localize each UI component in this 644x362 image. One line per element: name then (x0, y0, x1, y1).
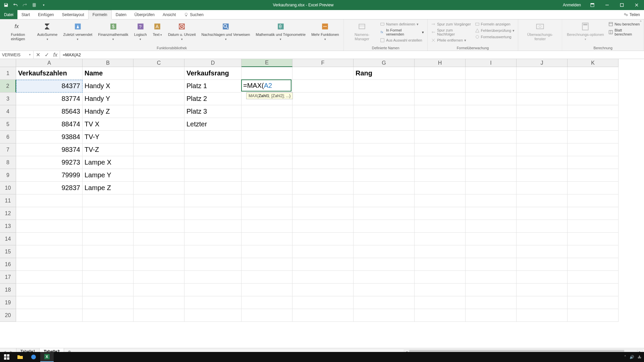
tab-data[interactable]: Daten (112, 10, 130, 19)
row-header-4[interactable]: 4 (0, 105, 16, 118)
cell-I13[interactable] (466, 220, 517, 233)
share-button[interactable]: Teilen (620, 10, 644, 19)
cell-G2[interactable] (354, 80, 415, 93)
column-header-F[interactable]: F (292, 59, 354, 67)
cell-D8[interactable] (184, 156, 241, 169)
cell-C7[interactable] (133, 143, 184, 156)
cell-C10[interactable] (133, 182, 184, 194)
cells-area[interactable]: VerkaufszahlenNameVerkaufsrangRang84377H… (16, 67, 644, 348)
text-button[interactable]: AText (150, 20, 165, 38)
cell-C4[interactable] (133, 105, 184, 118)
cell-G11[interactable] (354, 194, 415, 207)
cell-J8[interactable] (517, 156, 568, 169)
cell-A6[interactable]: 93884 (16, 131, 83, 143)
enter-formula-button[interactable]: ✓ (42, 52, 51, 58)
cell-K15[interactable] (568, 245, 619, 258)
cell-F4[interactable] (292, 105, 354, 118)
cell-C14[interactable] (133, 233, 184, 245)
cell-J17[interactable] (517, 271, 568, 284)
cell-B4[interactable]: Handy Z (83, 105, 133, 118)
cell-D7[interactable] (184, 143, 241, 156)
cell-K8[interactable] (568, 156, 619, 169)
cell-E20[interactable] (241, 309, 292, 322)
cell-K13[interactable] (568, 220, 619, 233)
cancel-formula-button[interactable]: ✕ (34, 52, 42, 58)
cell-B14[interactable] (83, 233, 133, 245)
row-header-19[interactable]: 19 (0, 296, 16, 309)
cell-K18[interactable] (568, 284, 619, 296)
autosum-button[interactable]: AutoSumme (35, 20, 60, 42)
cell-C19[interactable] (133, 296, 184, 309)
cell-B15[interactable] (83, 245, 133, 258)
calculate-now-button[interactable]: Neu berechnen (607, 21, 642, 27)
cell-E13[interactable] (241, 220, 292, 233)
cell-E10[interactable] (241, 182, 292, 194)
cell-I20[interactable] (466, 309, 517, 322)
cell-H13[interactable] (415, 220, 466, 233)
cell-C5[interactable] (133, 118, 184, 131)
cell-B9[interactable]: Lampe Y (83, 169, 133, 182)
cell-J14[interactable] (517, 233, 568, 245)
cell-C9[interactable] (133, 169, 184, 182)
cell-B3[interactable]: Handy Y (83, 93, 133, 105)
cell-G9[interactable] (354, 169, 415, 182)
cell-E12[interactable] (241, 207, 292, 220)
cell-I10[interactable] (466, 182, 517, 194)
cell-E16[interactable] (241, 258, 292, 271)
cell-F12[interactable] (292, 207, 354, 220)
cell-J5[interactable] (517, 118, 568, 131)
cell-I9[interactable] (466, 169, 517, 182)
cell-E4[interactable] (241, 105, 292, 118)
cell-C16[interactable] (133, 258, 184, 271)
cell-F14[interactable] (292, 233, 354, 245)
cell-K2[interactable] (568, 80, 619, 93)
cell-J4[interactable] (517, 105, 568, 118)
row-header-20[interactable]: 20 (0, 309, 16, 322)
cell-C17[interactable] (133, 271, 184, 284)
cell-C3[interactable] (133, 93, 184, 105)
cell-J9[interactable] (517, 169, 568, 182)
cell-G4[interactable] (354, 105, 415, 118)
cell-C1[interactable] (133, 67, 184, 80)
row-header-5[interactable]: 5 (0, 118, 16, 131)
cell-F20[interactable] (292, 309, 354, 322)
cell-J12[interactable] (517, 207, 568, 220)
row-header-13[interactable]: 13 (0, 220, 16, 233)
cell-B13[interactable] (83, 220, 133, 233)
cell-D6[interactable] (184, 131, 241, 143)
row-header-11[interactable]: 11 (0, 194, 16, 207)
financial-button[interactable]: $Finanzmathematik (96, 20, 131, 42)
row-header-15[interactable]: 15 (0, 245, 16, 258)
cell-G3[interactable] (354, 93, 415, 105)
cell-J6[interactable] (517, 131, 568, 143)
cell-A7[interactable]: 98374 (16, 143, 83, 156)
cell-I6[interactable] (466, 131, 517, 143)
cell-E15[interactable] (241, 245, 292, 258)
cell-H8[interactable] (415, 156, 466, 169)
row-header-18[interactable]: 18 (0, 284, 16, 296)
cell-E5[interactable] (241, 118, 292, 131)
cell-F9[interactable] (292, 169, 354, 182)
cell-I12[interactable] (466, 207, 517, 220)
cell-G5[interactable] (354, 118, 415, 131)
name-box[interactable]: VERWEIS ▼ (0, 51, 34, 59)
cell-E14[interactable] (241, 233, 292, 245)
cell-C18[interactable] (133, 284, 184, 296)
cell-H9[interactable] (415, 169, 466, 182)
cell-H3[interactable] (415, 93, 466, 105)
cell-F5[interactable] (292, 118, 354, 131)
cell-D1[interactable]: Verkaufsrang (184, 67, 241, 80)
cell-D14[interactable] (184, 233, 241, 245)
sign-in-link[interactable]: Anmelden (559, 3, 585, 7)
cell-G19[interactable] (354, 296, 415, 309)
cell-D5[interactable]: Letzter (184, 118, 241, 131)
cell-I14[interactable] (466, 233, 517, 245)
row-header-12[interactable]: 12 (0, 207, 16, 220)
cell-A17[interactable] (16, 271, 83, 284)
calculate-sheet-button[interactable]: Blatt berechnen (607, 27, 642, 37)
use-in-formula-button[interactable]: fxIn Formel verwenden ▾ (379, 27, 425, 37)
cell-G18[interactable] (354, 284, 415, 296)
column-header-D[interactable]: D (184, 59, 241, 67)
cell-E19[interactable] (241, 296, 292, 309)
cell-F7[interactable] (292, 143, 354, 156)
